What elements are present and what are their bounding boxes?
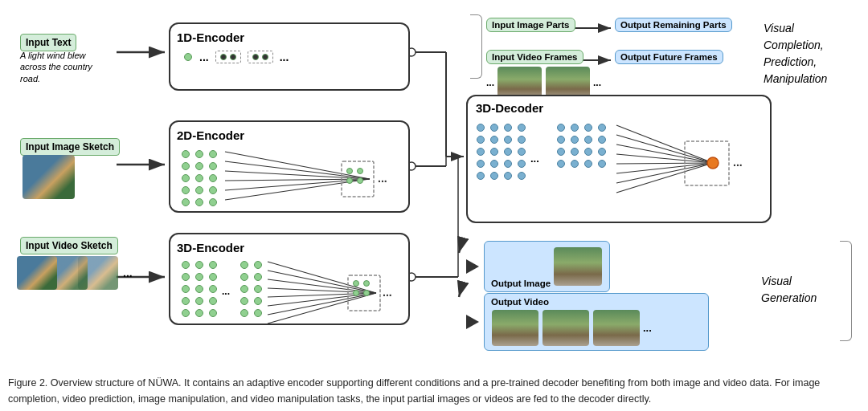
- dot-2d-d1: [209, 150, 217, 158]
- dashed-box-1d: [215, 51, 241, 63]
- thumb-output-image: [554, 247, 602, 286]
- dec-dot-12: [518, 148, 526, 156]
- dec-dot-20: [518, 172, 526, 180]
- dec-dot-6: [490, 136, 498, 144]
- svg-line-15: [459, 285, 462, 297]
- dec-dot-18: [490, 172, 498, 180]
- output-video-thumbs: ...: [491, 309, 702, 347]
- svg-point-54: [707, 157, 719, 169]
- dots-col-3d-3: [208, 260, 218, 318]
- thumb-vid-2: [542, 310, 589, 346]
- visual-completion-label: Visual Completion, Prediction, Manipulat…: [764, 20, 852, 87]
- svg-line-47: [616, 144, 713, 163]
- dot-3d-d1: [240, 261, 248, 269]
- dot-3d-d4: [240, 297, 248, 305]
- output-video-row: Output Video ...: [466, 293, 709, 351]
- dec-dot-17: [477, 172, 485, 180]
- arrow-output-image: [466, 259, 479, 274]
- dec-mid-15: [584, 160, 592, 168]
- dots-col-3d-5: [253, 260, 263, 318]
- encoder-2d-dots: ...: [177, 145, 394, 210]
- dot-2d-d5: [209, 198, 217, 206]
- dot-2d-l2: [182, 162, 190, 170]
- dot-3d-e2: [254, 273, 262, 281]
- output-future-frames-label: Output Future Frames: [615, 50, 723, 64]
- main-container: Input Text A light wind blew across the …: [0, 0, 868, 411]
- ellipsis-road-top-2: ...: [593, 77, 601, 88]
- dec-dot-8: [518, 136, 526, 144]
- dot-3d-b3: [195, 285, 203, 293]
- dec-mid-5: [557, 136, 565, 144]
- dec-mid-8: [598, 136, 606, 144]
- input-text-value: A light wind blew across the country roa…: [20, 50, 108, 84]
- dec-mid-10: [571, 148, 579, 156]
- diagram-area: Input Text A light wind blew across the …: [12, 8, 856, 345]
- decoder-dots-left: [476, 123, 528, 181]
- svg-line-51: [616, 163, 713, 183]
- svg-line-31: [268, 262, 376, 293]
- dot-1d-dark-3: [252, 54, 259, 60]
- ellipsis-vid-out: ...: [643, 322, 652, 334]
- svg-point-43: [364, 291, 370, 296]
- video-sketch-thumbs: ...: [16, 255, 133, 291]
- dec-dot-11: [504, 148, 512, 156]
- dec-dot-2: [490, 124, 498, 132]
- dec-mid-7: [584, 136, 592, 144]
- dec-dot-7: [504, 136, 512, 144]
- fan-lines-3d-enc: ...: [264, 258, 396, 328]
- dot-2d-c4: [195, 186, 203, 194]
- encoder-1d-title: 1D-Encoder: [177, 31, 402, 44]
- dot-3d-a3: [182, 285, 190, 293]
- dec-mid-4: [598, 124, 606, 132]
- input-image-sketch-label: Input Image Sketch: [20, 138, 120, 156]
- dec-dot-3: [504, 124, 512, 132]
- svg-point-42: [354, 291, 359, 296]
- dot-3d-e4: [254, 297, 262, 305]
- dot-3d-b4: [195, 297, 203, 305]
- input-video-frames-label: Input Video Frames: [486, 50, 583, 64]
- dot-1d-1: [184, 53, 192, 61]
- dot-3d-a2: [182, 273, 190, 281]
- dot-3d-a4: [182, 297, 190, 305]
- dec-dot-9: [477, 148, 485, 156]
- encoder-2d-title: 2D-Encoder: [177, 128, 402, 142]
- dot-2d-l3: [182, 174, 190, 182]
- output-video-label: Output Video: [491, 297, 549, 307]
- dot-1d-dark-4: [262, 54, 268, 60]
- output-image-box: Output Image: [484, 241, 610, 292]
- svg-text:...: ...: [383, 286, 392, 299]
- sketch-thumbnail: [23, 155, 75, 199]
- dec-dot-19: [504, 172, 512, 180]
- svg-point-26: [347, 169, 353, 174]
- dot-3d-b2: [195, 273, 203, 281]
- dot-2d-d2: [209, 162, 217, 170]
- dec-mid-3: [584, 124, 592, 132]
- dot-2d-c5: [195, 198, 203, 206]
- dec-dot-16: [518, 160, 526, 168]
- dec-mid-9: [557, 148, 565, 156]
- dashed-box-1d-2: [248, 51, 273, 63]
- dot-3d-b1: [195, 261, 203, 269]
- dot-3d-d5: [240, 309, 248, 317]
- dec-mid-13: [557, 160, 565, 168]
- dec-dot-4: [518, 124, 526, 132]
- decoder-3d-box: 3D-Decoder: [466, 95, 772, 223]
- dot-2d-l5: [182, 198, 190, 206]
- dec-dot-5: [477, 136, 485, 144]
- output-video-box: Output Video ...: [484, 293, 709, 351]
- output-image-row: Output Image: [466, 241, 610, 292]
- dot-3d-c5: [209, 309, 217, 317]
- encoder-1d-box: 1D-Encoder ... ...: [169, 22, 410, 91]
- ellipsis-1d-2: ...: [280, 51, 289, 63]
- decoder-dots-mid: [556, 123, 608, 169]
- output-remaining-parts-label: Output Remaining Parts: [615, 18, 732, 32]
- dot-3d-c1: [209, 261, 217, 269]
- dot-2d-c1: [195, 150, 203, 158]
- dec-dot-14: [490, 160, 498, 168]
- dot-2d-l4: [182, 186, 190, 194]
- bracket-top-right: [470, 14, 482, 79]
- decoder-3d-title: 3D-Decoder: [476, 101, 543, 115]
- ellipsis-1d-1: ...: [199, 51, 209, 63]
- dec-mid-2: [571, 124, 579, 132]
- dot-3d-c2: [209, 273, 217, 281]
